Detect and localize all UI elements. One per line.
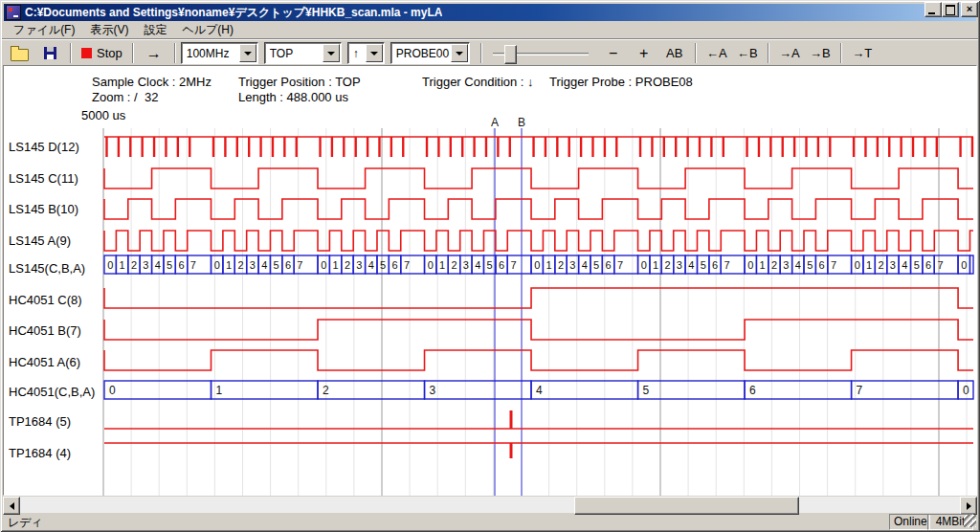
stop-square-icon [81, 48, 92, 58]
bus-box [531, 381, 638, 399]
trigger-position-combo[interactable]: TOP [264, 42, 342, 64]
wave-ls145-a-9 [104, 231, 973, 251]
minimize-button[interactable] [924, 2, 942, 17]
toolbar-separator [132, 43, 134, 63]
bus-value: 4 [582, 259, 588, 271]
sample-clock-combo[interactable]: 100MHz [181, 42, 258, 64]
bus-value: 6 [819, 259, 825, 271]
wave-ls145-b-10 [104, 199, 973, 219]
waveform-panel: Sample Clock : 2MHz Trigger Position : T… [3, 65, 977, 496]
toolbar-separator [174, 43, 176, 63]
zoom-out-button[interactable]: − [598, 43, 629, 64]
bus-value: 6 [606, 259, 612, 271]
scroll-right-icon [967, 502, 971, 510]
bus-value: 7 [831, 259, 836, 271]
scrollbar-thumb[interactable] [574, 497, 799, 515]
bus-value: 3 [463, 259, 469, 271]
bus-box [638, 381, 746, 399]
toolbar-separator [70, 43, 72, 63]
bus-value: 5 [167, 259, 172, 271]
save-button[interactable] [34, 43, 65, 64]
zoom-slider-thumb[interactable] [504, 45, 517, 64]
bus-value: 2 [237, 259, 243, 271]
status-ready: レディ [8, 515, 43, 531]
bus-value: 1 [866, 259, 872, 271]
menu-item-0[interactable]: ファイル(F) [6, 21, 82, 38]
waveform-canvas[interactable]: AB01234567012345670123456701234567012345… [4, 66, 978, 497]
ab-span-button[interactable]: AB [659, 43, 690, 64]
combo-dropdown-button[interactable] [323, 44, 340, 62]
bus-value: 4 [902, 259, 907, 271]
bus-value: 2 [771, 259, 777, 271]
bus-value: 1 [333, 259, 339, 271]
bus-value: 2 [131, 259, 137, 271]
horizontal-scrollbar[interactable] [3, 497, 977, 513]
bus-box [745, 381, 852, 399]
window-icon[interactable] [6, 5, 21, 20]
status-bar: レディ Online 4MBit [3, 515, 977, 529]
bus-value: 0 [963, 384, 969, 397]
set-cursor-b-button[interactable]: →B [805, 43, 835, 64]
goto-cursor-a-button[interactable]: ←A [702, 43, 732, 64]
chevron-down-icon [244, 52, 252, 55]
bus-value: 0 [428, 259, 434, 271]
trigger-edge-value: ↑ [353, 47, 359, 60]
bus-value: 0 [214, 259, 220, 271]
bus-value: 6 [925, 259, 931, 271]
trigger-edge-combo[interactable]: ↑ [347, 42, 385, 64]
combo-dropdown-button[interactable] [239, 44, 256, 62]
zoom-slider[interactable] [493, 43, 589, 64]
toolbar: Stop → 100MHz TOP ↑ PROBE00 − + AB ←A ←B… [4, 41, 976, 65]
bus-value: 0 [534, 259, 540, 271]
menu-item-2[interactable]: 設定 [136, 21, 174, 38]
bus-value: 4 [155, 259, 161, 271]
bus-value: 3 [783, 259, 789, 271]
bus-value: 4 [475, 259, 480, 271]
combo-dropdown-button[interactable] [451, 44, 468, 62]
bus-value: 2 [878, 259, 883, 271]
bus-value: 7 [190, 259, 196, 271]
bus-value: 6 [285, 259, 291, 271]
bus-value: 0 [321, 259, 326, 271]
maximize-button[interactable] [942, 2, 959, 17]
bus-value: 1 [760, 259, 766, 271]
scroll-right-button[interactable] [960, 497, 977, 515]
goto-trigger-button[interactable]: →T [847, 43, 878, 64]
goto-cursor-b-button[interactable]: ←B [732, 43, 763, 64]
menu-item-1[interactable]: 表示(V) [82, 21, 136, 38]
wave-hc4051-c-8 [104, 288, 973, 308]
bus-box [969, 255, 973, 274]
wave-hc4051-b-7 [104, 320, 973, 340]
sample-clock-value: 100MHz [187, 47, 230, 60]
bus-value: 7 [617, 259, 623, 271]
bus-value: 5 [807, 259, 813, 271]
menu-toolbar-divider [2, 38, 978, 40]
bus-value: 0 [109, 384, 116, 397]
bus-value: 2 [558, 259, 564, 271]
bus-value: 1 [216, 384, 223, 397]
title-bar[interactable]: C:¥Documents and Settings¥noname¥デスクトップ¥… [4, 4, 976, 21]
bus-value: 5 [274, 259, 279, 271]
bus-value: 6 [749, 384, 756, 397]
zoom-in-button[interactable]: + [629, 43, 659, 64]
menu-item-3[interactable]: ヘルプ(H) [174, 21, 241, 38]
bus-value: 5 [914, 259, 920, 271]
bus-value: 5 [380, 259, 386, 271]
trigger-probe-value: PROBE00 [396, 47, 449, 60]
set-cursor-a-button[interactable]: →A [774, 43, 805, 64]
bus-box [425, 381, 532, 399]
toolbar-separator [840, 43, 842, 63]
bus-value: 4 [368, 259, 374, 271]
run-button[interactable]: → [139, 43, 169, 64]
resize-grip-icon[interactable] [964, 515, 976, 527]
scroll-left-button[interactable] [3, 497, 20, 515]
bus-value: 7 [724, 259, 729, 271]
bus-value: 4 [688, 259, 694, 271]
bus-value: 0 [747, 259, 753, 271]
bus-value: 2 [664, 259, 670, 271]
open-button[interactable] [4, 43, 34, 64]
stop-button[interactable]: Stop [77, 43, 127, 64]
trigger-probe-combo[interactable]: PROBE00 [390, 42, 470, 64]
close-button[interactable]: × [961, 2, 978, 17]
combo-dropdown-button[interactable] [366, 44, 383, 62]
